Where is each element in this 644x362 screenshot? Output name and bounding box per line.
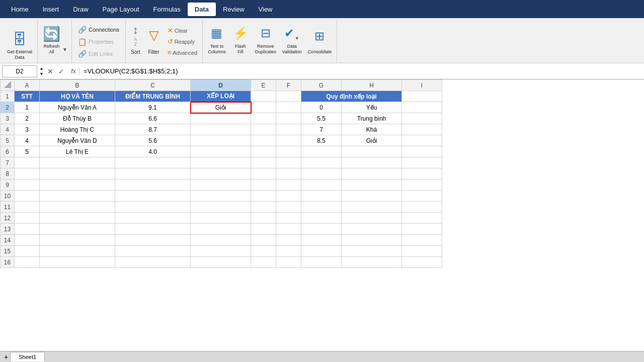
cell-reference-box[interactable]: D2 bbox=[2, 65, 37, 77]
reapply-button[interactable]: ↺ Reapply bbox=[166, 37, 200, 46]
consolidate-button[interactable]: ⊞ Consolidate bbox=[305, 21, 335, 56]
cell-H6[interactable] bbox=[342, 146, 402, 157]
cell-E4[interactable] bbox=[251, 124, 276, 135]
cell-B3[interactable]: Đỗ Thùy B bbox=[40, 113, 115, 124]
properties-button[interactable]: 📋 Properties bbox=[76, 37, 116, 47]
cell-H3[interactable]: Trung bình bbox=[342, 113, 402, 124]
menu-insert[interactable]: Insert bbox=[36, 3, 66, 16]
properties-label: Properties bbox=[89, 39, 114, 45]
cell-D3[interactable] bbox=[191, 113, 251, 124]
cell-A3[interactable]: 2 bbox=[15, 113, 40, 124]
cell-H2[interactable]: Yếu bbox=[342, 102, 402, 113]
cell-D4[interactable] bbox=[191, 124, 251, 135]
menu-draw[interactable]: Draw bbox=[66, 3, 95, 16]
cell-D2[interactable]: Giỏi bbox=[191, 102, 251, 113]
cell-I6[interactable] bbox=[402, 146, 442, 157]
cell-F5[interactable] bbox=[276, 135, 301, 146]
cell-G4[interactable]: 7 bbox=[301, 124, 342, 135]
cell-B5[interactable]: Nguyễn Văn D bbox=[40, 135, 115, 146]
cell-E3[interactable] bbox=[251, 113, 276, 124]
get-external-data-button[interactable]: 🗄 Get ExternalData bbox=[5, 27, 34, 62]
clear-button[interactable]: ✕ Clear bbox=[166, 26, 200, 35]
sheet-grid[interactable]: A B C D E F G H I 1 STT HỌ VÀ TÊN ĐIỂM bbox=[0, 79, 644, 351]
menu-home[interactable]: Home bbox=[4, 3, 36, 16]
cell-A4[interactable]: 3 bbox=[15, 124, 40, 135]
cell-G2[interactable]: 0 bbox=[301, 102, 342, 113]
edit-links-label: Edit Links bbox=[89, 51, 113, 57]
cell-A2[interactable]: 1 bbox=[15, 102, 40, 113]
edit-links-button[interactable]: 🔗 Edit Links bbox=[76, 49, 115, 59]
col-header-C[interactable]: C bbox=[115, 80, 191, 91]
cell-F4[interactable] bbox=[276, 124, 301, 135]
cell-C3[interactable]: 6.6 bbox=[115, 113, 191, 124]
col-header-I[interactable]: I bbox=[402, 80, 442, 91]
confirm-formula-button[interactable]: ✓ bbox=[57, 67, 66, 75]
cell-C2[interactable]: 9.1 bbox=[115, 102, 191, 113]
nav-up[interactable]: ▲ bbox=[39, 66, 44, 71]
col-header-D[interactable]: D bbox=[191, 80, 251, 91]
filter-button[interactable]: ▽ Filter bbox=[145, 21, 162, 56]
advanced-button[interactable]: ≡ Advanced bbox=[166, 48, 200, 57]
cell-C4[interactable]: 8.7 bbox=[115, 124, 191, 135]
cell-G1[interactable]: Quy định xếp loại bbox=[301, 91, 402, 102]
cell-C6[interactable]: 4.0 bbox=[115, 146, 191, 157]
sheet-tab-1[interactable]: Sheet1 bbox=[10, 352, 45, 361]
cancel-formula-button[interactable]: ✕ bbox=[46, 67, 55, 75]
cell-I5[interactable] bbox=[402, 135, 442, 146]
col-header-E[interactable]: E bbox=[251, 80, 276, 91]
cell-I2[interactable] bbox=[402, 102, 442, 113]
cell-E2[interactable] bbox=[251, 102, 276, 113]
col-header-B[interactable]: B bbox=[40, 80, 115, 91]
cell-G6[interactable] bbox=[301, 146, 342, 157]
col-header-G[interactable]: G bbox=[301, 80, 342, 91]
cell-B6[interactable]: Lê Thị E bbox=[40, 146, 115, 157]
cell-F1[interactable] bbox=[276, 91, 301, 102]
cell-nav-arrows[interactable]: ▲ ▼ bbox=[39, 66, 44, 77]
cell-G5[interactable]: 8.5 bbox=[301, 135, 342, 146]
formula-input[interactable]: =VLOOKUP(C2;$G$1:$H$5;2;1) bbox=[82, 66, 642, 76]
text-to-columns-button[interactable]: ▦ Text toColumns bbox=[205, 21, 229, 56]
cell-I3[interactable] bbox=[402, 113, 442, 124]
cell-E5[interactable] bbox=[251, 135, 276, 146]
cell-G3[interactable]: 5.5 bbox=[301, 113, 342, 124]
cell-B4[interactable]: Hoàng Thị C bbox=[40, 124, 115, 135]
cell-H4[interactable]: Khá bbox=[342, 124, 402, 135]
menu-view[interactable]: View bbox=[252, 3, 280, 16]
cell-D5[interactable] bbox=[191, 135, 251, 146]
cell-B1[interactable]: HỌ VÀ TÊN bbox=[40, 91, 115, 102]
cell-H5[interactable]: Giỏi bbox=[342, 135, 402, 146]
col-header-F[interactable]: F bbox=[276, 80, 301, 91]
menu-review[interactable]: Review bbox=[216, 3, 252, 16]
cell-C1[interactable]: ĐIỂM TRUNG BÌNH bbox=[115, 91, 191, 102]
cell-I4[interactable] bbox=[402, 124, 442, 135]
menu-formulas[interactable]: Formulas bbox=[146, 3, 188, 16]
cell-D1[interactable]: XẾP LOẠI bbox=[191, 91, 251, 102]
cell-E6[interactable] bbox=[251, 146, 276, 157]
cell-F3[interactable] bbox=[276, 113, 301, 124]
flash-fill-button[interactable]: ⚡ FlashFill bbox=[230, 21, 251, 56]
refresh-all-dropdown[interactable]: ▼ bbox=[62, 21, 68, 56]
menu-data[interactable]: Data bbox=[188, 3, 216, 16]
cell-A5[interactable]: 4 bbox=[15, 135, 40, 146]
data-validation-dropdown[interactable]: ▼ bbox=[294, 23, 300, 44]
col-header-H[interactable]: H bbox=[342, 80, 402, 91]
data-validation-button[interactable]: ✔ ▼ DataValidation bbox=[280, 21, 304, 56]
sort-button[interactable]: ↕ A Z Sort bbox=[128, 21, 143, 56]
nav-down[interactable]: ▼ bbox=[39, 71, 44, 77]
col-header-A[interactable]: A bbox=[15, 80, 40, 91]
remove-duplicates-button[interactable]: ⊟ RemoveDuplicates bbox=[252, 21, 279, 56]
sort-label: Sort bbox=[131, 49, 140, 55]
add-sheet-button[interactable]: + bbox=[2, 353, 10, 361]
refresh-all-button[interactable]: 🔄 RefreshAll bbox=[41, 21, 62, 56]
cell-A6[interactable]: 5 bbox=[15, 146, 40, 157]
cell-F6[interactable] bbox=[276, 146, 301, 157]
connections-button[interactable]: 🔗 Connections bbox=[76, 25, 121, 35]
cell-F2[interactable] bbox=[276, 102, 301, 113]
menu-page-layout[interactable]: Page Layout bbox=[96, 3, 146, 16]
cell-A1[interactable]: STT bbox=[15, 91, 40, 102]
cell-B2[interactable]: Nguyễn Văn A bbox=[40, 102, 115, 113]
cell-D6[interactable] bbox=[191, 146, 251, 157]
cell-E1[interactable] bbox=[251, 91, 276, 102]
cell-I1[interactable] bbox=[402, 91, 442, 102]
cell-C5[interactable]: 5.6 bbox=[115, 135, 191, 146]
